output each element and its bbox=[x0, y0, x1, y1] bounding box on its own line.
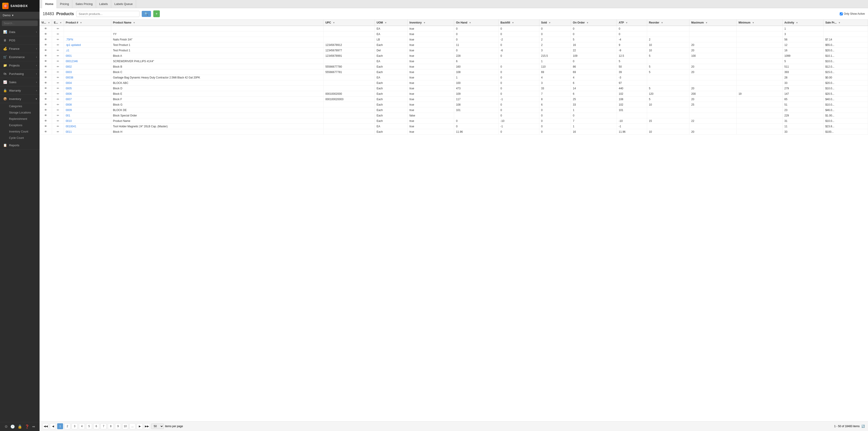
cell-product_num[interactable]: .tp1 updated bbox=[64, 42, 111, 48]
page-button-8[interactable]: 8 bbox=[108, 423, 114, 429]
sidebar-item-ecommerce[interactable]: 🛒 Ecommerce › bbox=[0, 53, 39, 61]
page-button-10[interactable]: 10 bbox=[122, 423, 128, 429]
sidebar-item-pos[interactable]: 🖥 POS bbox=[0, 36, 39, 44]
edit-icon[interactable]: ✏ bbox=[52, 91, 64, 97]
edit-icon[interactable]: ✏ bbox=[52, 64, 64, 69]
cell-product_num[interactable]: 0010041 bbox=[64, 124, 111, 129]
view-icon[interactable]: 👁 bbox=[39, 42, 52, 48]
view-icon[interactable]: 👁 bbox=[39, 26, 52, 31]
edit-icon[interactable]: ✏ bbox=[52, 118, 64, 124]
filter-icon[interactable]: ▼ bbox=[796, 22, 798, 24]
view-icon[interactable]: 👁 bbox=[39, 124, 52, 129]
search-input[interactable] bbox=[76, 11, 140, 17]
only-active-checkbox[interactable] bbox=[840, 12, 843, 16]
topnav-labels-queue[interactable]: Labels Queue bbox=[111, 0, 136, 8]
view-icon[interactable]: 👁 bbox=[39, 75, 52, 80]
filter-icon[interactable]: ▼ bbox=[333, 22, 335, 24]
edit-icon[interactable]: ✏ bbox=[52, 86, 64, 91]
page-button-9[interactable]: 9 bbox=[115, 423, 121, 429]
view-icon[interactable]: 👁 bbox=[39, 69, 52, 75]
sidebar-search-input[interactable] bbox=[2, 21, 38, 26]
view-icon[interactable]: 👁 bbox=[39, 86, 52, 91]
filter-icon[interactable]: ▼ bbox=[706, 22, 708, 24]
edit-icon[interactable]: ✏ bbox=[52, 69, 64, 75]
page-button-3[interactable]: 3 bbox=[72, 423, 78, 429]
cell-product_num[interactable]: 0005 bbox=[64, 86, 111, 91]
edit-icon[interactable]: ✏ bbox=[52, 31, 64, 37]
cell-product_num[interactable]: 00012346 bbox=[64, 59, 111, 64]
view-icon[interactable]: 👁 bbox=[39, 102, 52, 107]
view-icon[interactable]: 👁 bbox=[39, 118, 52, 124]
filter-icon[interactable]: ▼ bbox=[549, 22, 551, 24]
edit-icon[interactable]: ✏ bbox=[52, 129, 64, 134]
sidebar-subitem-exceptions[interactable]: Exceptions bbox=[0, 122, 39, 128]
cell-product_num[interactable]: 0010 bbox=[64, 118, 111, 124]
sidebar-subitem-storage-locations[interactable]: Storage Locations bbox=[0, 110, 39, 116]
edit-icon[interactable]: ✏ bbox=[52, 59, 64, 64]
last-page-button[interactable]: ▶▶ bbox=[144, 423, 150, 429]
edit-icon[interactable]: ✏ bbox=[52, 97, 64, 102]
edit-icon[interactable]: ✏ bbox=[52, 107, 64, 113]
view-icon[interactable]: 👁 bbox=[39, 48, 52, 53]
edit-icon[interactable]: ✏ bbox=[52, 37, 64, 42]
view-icon[interactable]: 👁 bbox=[39, 129, 52, 134]
view-icon[interactable]: 👁 bbox=[39, 53, 52, 59]
help-icon[interactable]: ❓ bbox=[25, 425, 29, 429]
view-icon[interactable]: 👁 bbox=[39, 80, 52, 86]
view-icon[interactable]: 👁 bbox=[39, 91, 52, 97]
edit-icon[interactable]: ✏ bbox=[52, 53, 64, 59]
view-icon[interactable]: 👁 bbox=[39, 64, 52, 69]
sidebar-subitem-inventory-count[interactable]: Inventory Count bbox=[0, 128, 39, 135]
cell-product_num[interactable]: 0003 bbox=[64, 69, 111, 75]
sidebar-item-finance[interactable]: 💰 Finance › bbox=[0, 44, 39, 53]
filter-icon[interactable]: ▼ bbox=[384, 22, 387, 24]
sidebar-item-inventory[interactable]: 📦 Inventory ▾ bbox=[0, 95, 39, 103]
cell-product_num[interactable]: 0009 bbox=[64, 107, 111, 113]
topnav-pricing[interactable]: Pricing bbox=[57, 0, 72, 8]
logout-icon[interactable]: ➡ bbox=[32, 425, 35, 429]
filter-icon[interactable]: ▼ bbox=[752, 22, 754, 24]
cell-product_num[interactable]: 0011 bbox=[64, 129, 111, 134]
sidebar-subitem-categories[interactable]: Categories bbox=[0, 103, 39, 110]
cell-product_num[interactable]: .z1 bbox=[64, 48, 111, 53]
view-icon[interactable]: 👁 bbox=[39, 31, 52, 37]
page-button-7[interactable]: 7 bbox=[101, 423, 106, 429]
sidebar-item-projects[interactable]: 📁 Projects › bbox=[0, 61, 39, 70]
add-product-button[interactable]: + bbox=[153, 10, 160, 17]
cell-product_num[interactable]: 0002 bbox=[64, 64, 111, 69]
page-button-4[interactable]: 4 bbox=[79, 423, 85, 429]
edit-icon[interactable]: ✏ bbox=[52, 42, 64, 48]
topnav-sales-pricing[interactable]: Sales Pricing bbox=[72, 0, 96, 8]
filter-icon[interactable]: ▼ bbox=[586, 22, 589, 24]
cell-product_num[interactable]: 0001 bbox=[64, 53, 111, 59]
first-page-button[interactable]: ◀◀ bbox=[43, 423, 49, 429]
view-icon[interactable]: 👁 bbox=[39, 113, 52, 118]
edit-icon[interactable]: ✏ bbox=[52, 113, 64, 118]
edit-icon[interactable]: ✏ bbox=[52, 124, 64, 129]
cell-product_num[interactable]: 0004 bbox=[64, 80, 111, 86]
view-icon[interactable]: 👁 bbox=[39, 59, 52, 64]
filter-icon[interactable]: ▼ bbox=[48, 22, 50, 24]
cell-product_num[interactable]: 0006 bbox=[64, 91, 111, 97]
filter-icon[interactable]: ▼ bbox=[60, 22, 62, 24]
edit-icon[interactable]: ✏ bbox=[52, 80, 64, 86]
sidebar-item-data[interactable]: 📊 Data › bbox=[0, 28, 39, 36]
refresh-icon[interactable]: 🔄 bbox=[862, 425, 865, 428]
filter-icon[interactable]: ▼ bbox=[625, 22, 628, 24]
lock-icon[interactable]: 🔒 bbox=[18, 425, 22, 429]
next-page-button[interactable]: ▶ bbox=[137, 423, 143, 429]
sidebar-subitem-replenishment[interactable]: Replenishment bbox=[0, 116, 39, 122]
sidebar-subitem-cycle-count[interactable]: Cycle Count bbox=[0, 135, 39, 141]
view-icon[interactable]: 👁 bbox=[39, 37, 52, 42]
clock-icon[interactable]: 🕐 bbox=[10, 425, 15, 429]
cell-product_num[interactable]: 00038 bbox=[64, 75, 111, 80]
sidebar-item-purchasing[interactable]: 🛍 Purchasing › bbox=[0, 70, 39, 78]
topnav-home[interactable]: Home bbox=[42, 0, 57, 8]
filter-icon[interactable]: ▼ bbox=[661, 22, 663, 24]
edit-icon[interactable]: ✏ bbox=[52, 75, 64, 80]
edit-icon[interactable]: ✏ bbox=[52, 26, 64, 31]
edit-icon[interactable]: ✏ bbox=[52, 102, 64, 107]
cell-product_num[interactable]: .75FN bbox=[64, 37, 111, 42]
page-button-2[interactable]: 2 bbox=[64, 423, 70, 429]
filter-icon[interactable]: ▼ bbox=[133, 22, 135, 24]
